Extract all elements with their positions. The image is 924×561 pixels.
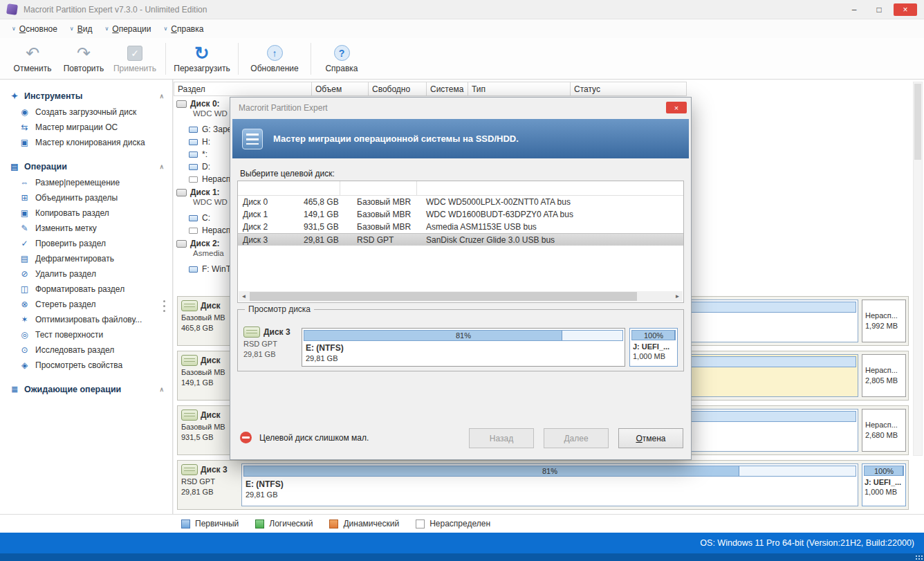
dynamic-swatch-icon	[329, 519, 338, 528]
horizontal-scrollbar[interactable]: ◄ ►	[239, 291, 683, 302]
partition-block-efi[interactable]: 100% J: UEFI_... 1,000 MB	[862, 463, 906, 506]
help-button[interactable]: ? Справка	[316, 44, 367, 73]
table-header-cell[interactable]	[340, 181, 417, 195]
apply-button[interactable]: ✓ Применить	[109, 44, 160, 73]
scrollbar-thumb[interactable]	[914, 84, 921, 160]
menu-item-operations[interactable]: ∨Операции	[98, 21, 157, 37]
sidebar-item-copy[interactable]: ▣Копировать раздел	[0, 205, 172, 221]
sidebar-item-disk-clone[interactable]: ▣Мастер клонирования диска	[0, 135, 172, 150]
sidebar-item-explore[interactable]: ⊙Исследовать раздел	[0, 342, 172, 358]
column-header-type[interactable]: Тип	[468, 82, 571, 96]
target-table-header	[238, 181, 683, 196]
chevron-down-icon: ∨	[104, 26, 109, 32]
partition-block-e[interactable]: 81% E: (NTFS) 29,81 GB	[241, 463, 858, 506]
sidebar-splitter[interactable]	[163, 297, 166, 315]
sidebar-item-boot-disk[interactable]: ◉Создать загрузочный диск	[0, 104, 172, 120]
sidebar-item-wipe[interactable]: ⊗Стереть раздел	[0, 297, 172, 312]
check-icon: ✓	[19, 239, 30, 248]
undo-button[interactable]: ↶ Отменить	[7, 44, 58, 73]
disk-icon	[176, 189, 187, 196]
preview-disk-info: Диск 3 RSD GPT 29,81 GB	[243, 327, 300, 358]
scroll-left-icon[interactable]: ◄	[239, 293, 249, 300]
sidebar-header-pending[interactable]: ≣ Ожидающие операции ∧	[0, 381, 172, 398]
chevron-down-icon: ∨	[163, 26, 167, 32]
column-header-partition[interactable]: Раздел	[174, 82, 312, 96]
usage-bar: 81%	[304, 330, 623, 341]
redo-button[interactable]: ↷ Повторить	[58, 44, 109, 73]
chevron-up-icon: ∧	[159, 163, 164, 170]
chevron-down-icon: ∨	[70, 26, 74, 32]
logical-swatch-icon	[255, 519, 264, 528]
table-header-cell[interactable]	[238, 181, 340, 195]
surface-test-icon: ◎	[19, 330, 30, 340]
column-header-status[interactable]: Статус	[571, 82, 687, 96]
sidebar-item-resize[interactable]: ⇔Размер|перемещение	[0, 175, 172, 190]
sidebar-item-merge[interactable]: ⊞Объединить разделы	[0, 190, 172, 205]
preview-partition-block[interactable]: 81% E: (NTFS) 29,81 GB	[302, 328, 625, 367]
menu-item-view[interactable]: ∨Вид	[64, 21, 99, 37]
menu-item-help[interactable]: ∨Справка	[157, 21, 210, 37]
minimize-button[interactable]: –	[844, 3, 865, 16]
volume-icon	[189, 139, 198, 145]
sidebar-item-label[interactable]: ✎Изменить метку	[0, 221, 172, 236]
vertical-scrollbar[interactable]	[913, 82, 923, 456]
next-button[interactable]: Далее	[544, 428, 609, 448]
column-header-capacity[interactable]: Объем	[312, 82, 369, 96]
toolbar-separator	[311, 43, 311, 75]
clone-disk-icon: ▣	[19, 138, 30, 147]
select-target-label: Выберите целевой диск:	[240, 169, 335, 178]
preview-efi-block[interactable]: 100% J: UEFI_... 1,000 MB	[629, 328, 678, 367]
sidebar-item-check[interactable]: ✓Проверить раздел	[0, 236, 172, 251]
resize-grip-icon[interactable]	[916, 555, 917, 557]
unallocated-block[interactable]: Нерасп... 1,992 MB	[862, 300, 906, 342]
sidebar-header-operations[interactable]: ▤ Операции ∧	[0, 158, 172, 175]
column-header-filesystem[interactable]: Система	[427, 82, 468, 96]
volume-icon	[189, 266, 198, 273]
disk-row-1[interactable]: Диск 1 149,1 GB Базовый MBR WDC WD1600BU…	[238, 208, 683, 221]
dialog-close-button[interactable]: ×	[666, 102, 687, 113]
unallocated-block[interactable]: Нерасп... 2,805 MB	[862, 354, 906, 397]
defrag-icon: ▤	[19, 254, 30, 264]
sidebar: ✦ Инструменты ∧ ◉Создать загрузочный дис…	[0, 80, 173, 514]
sidebar-section-pending: ≣ Ожидающие операции ∧	[0, 381, 172, 398]
usage-bar: 81%	[243, 466, 856, 477]
cancel-button[interactable]: Отмена	[618, 428, 683, 448]
legend-unallocated: Нераспределен	[416, 519, 490, 528]
sidebar-item-format[interactable]: ◫Форматировать раздел	[0, 282, 172, 297]
scroll-right-icon[interactable]: ►	[672, 293, 683, 300]
update-button[interactable]: ↑ Обновление	[243, 44, 306, 73]
disk-row-2[interactable]: Диск 2 931,5 GB Базовый MBR Asmedia ASM1…	[238, 221, 683, 233]
disk-icon	[181, 410, 198, 421]
target-disk-table: Диск 0 465,8 GB Базовый MBR WDC WD5000LP…	[237, 181, 684, 303]
dialog-header-title: Мастер миграции операционной системы на …	[273, 134, 519, 144]
sidebar-item-properties[interactable]: ◈Просмотреть свойства	[0, 358, 172, 373]
sidebar-item-optimize[interactable]: ✶Оптимизировать файлову...	[0, 312, 172, 327]
copy-icon: ▣	[19, 208, 30, 218]
sidebar-item-defrag[interactable]: ▤Дефрагментировать	[0, 251, 172, 266]
scrollbar-thumb[interactable]	[250, 292, 637, 301]
maximize-button[interactable]: □	[869, 3, 889, 16]
sidebar-item-delete[interactable]: ⊘Удалить раздел	[0, 266, 172, 282]
reload-button[interactable]: ↻ Перезагрузить	[171, 44, 233, 73]
menu-item-main[interactable]: ∨Основное	[6, 21, 64, 37]
sidebar-item-surface-test[interactable]: ◎Тест поверхности	[0, 327, 172, 342]
legend-dynamic: Динамический	[329, 519, 399, 528]
unallocated-swatch-icon	[416, 519, 425, 528]
volume-icon	[189, 151, 198, 158]
disk-map-row-3: Диск 3 RSD GPT 29,81 GB 81% E: (NTFS) 29…	[177, 460, 909, 510]
status-bar: OS: Windows 11 Pro 64-bit (Version:21H2,…	[0, 533, 924, 553]
sidebar-item-os-migration[interactable]: ⇆Мастер миграции ОС	[0, 120, 172, 135]
back-button[interactable]: Назад	[469, 428, 534, 448]
optimize-icon: ✶	[19, 315, 30, 324]
apply-check-icon: ✓	[127, 46, 142, 61]
close-button[interactable]: ×	[894, 3, 917, 16]
disk-row-0[interactable]: Диск 0 465,8 GB Базовый MBR WDC WD5000LP…	[238, 196, 683, 208]
disk-row-3-selected[interactable]: Диск 3 29,81 GB RSD GPT SanDisk Cruzer G…	[238, 233, 683, 246]
sidebar-header-tools[interactable]: ✦ Инструменты ∧	[0, 88, 172, 104]
column-header-free[interactable]: Свободно	[369, 82, 427, 96]
disk-icon	[176, 240, 187, 248]
unallocated-block[interactable]: Нерасп... 2,680 MB	[862, 409, 906, 452]
app-logo-icon	[6, 3, 18, 15]
disk-info[interactable]: Диск 3 RSD GPT 29,81 GB	[181, 464, 239, 496]
table-header-cell[interactable]	[417, 181, 683, 195]
